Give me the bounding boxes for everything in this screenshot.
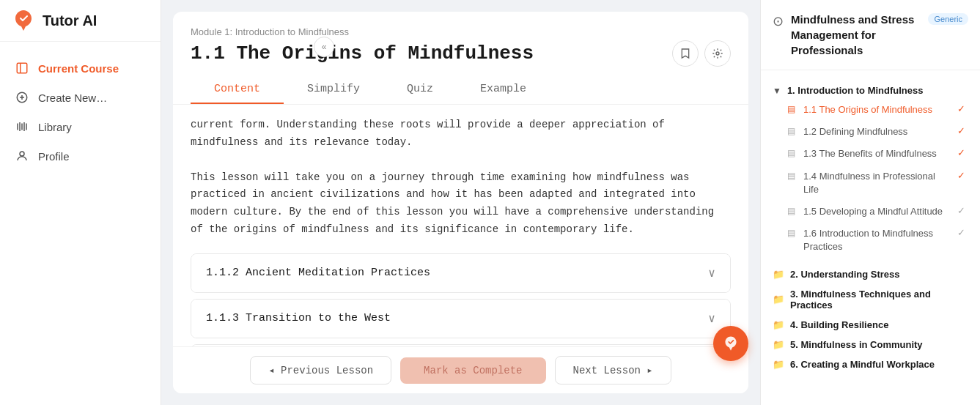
sidebar: Tutor AI Current Course Create New… Libr… xyxy=(0,0,161,405)
toc-lesson-1.2-icon: ▤ xyxy=(787,126,797,136)
toc-lesson-1.6-check: ✓ xyxy=(954,227,965,238)
accordion-header-1.1.2[interactable]: 1.1.2 Ancient Meditation Practices ∨ xyxy=(191,254,730,292)
toc-lesson-1.3[interactable]: ▤ 1.3 The Benefits of Mindfulness ✓ xyxy=(784,143,968,165)
right-panel: ⊙ Mindfulness and Stress Management for … xyxy=(760,0,980,405)
plus-icon xyxy=(15,90,29,105)
sidebar-item-current-course[interactable]: Current Course xyxy=(0,53,161,83)
lesson-content-area[interactable]: current form. Understanding these roots … xyxy=(173,105,748,346)
sidebar-nav: Current Course Create New… Library Profi… xyxy=(0,42,161,405)
toc-lesson-1.2[interactable]: ▤ 1.2 Defining Mindfulness ✓ xyxy=(784,121,968,143)
lesson-title-row: 1.1 The Origins of Mindfulness xyxy=(191,40,731,67)
logo-icon xyxy=(12,9,35,32)
mark-complete-button[interactable]: Mark as Complete xyxy=(400,357,545,384)
toc-section-1-header[interactable]: ▼ 1. Introduction to Mindfulness xyxy=(773,82,968,99)
toc-lesson-1.5-check: ✓ xyxy=(954,205,965,216)
toc-section-6-label: 6. Creating a Mindful Workplace xyxy=(790,359,935,370)
toc-lesson-1.1[interactable]: ▤ 1.1 The Origins of Mindfulness ✓ xyxy=(784,99,968,121)
sidebar-logo: Tutor AI xyxy=(0,0,161,42)
lesson-actions xyxy=(672,40,731,67)
next-lesson-button[interactable]: Next Lesson ▸ xyxy=(555,356,671,384)
toc-section-4-label: 4. Building Resilience xyxy=(790,319,888,330)
toc-lesson-1.3-label: 1.3 The Benefits of Mindfulness xyxy=(803,147,948,160)
toc-section-6[interactable]: 📁 6. Creating a Mindful Workplace xyxy=(761,354,980,374)
svg-point-10 xyxy=(20,152,24,156)
user-icon xyxy=(15,149,29,163)
course-title: Mindfulness and Stress Management for Pr… xyxy=(791,12,921,58)
bookmark-icon xyxy=(679,48,691,59)
mark-complete-label: Mark as Complete xyxy=(424,365,522,376)
toc-lesson-1.5-icon: ▤ xyxy=(787,206,797,216)
toc-lesson-1.3-check: ✓ xyxy=(954,147,965,158)
toc-section-1-label: 1. Introduction to Mindfulness xyxy=(787,85,924,96)
sidebar-current-course-label: Current Course xyxy=(38,62,119,75)
lesson-footer: ◂ Previous Lesson Mark as Complete Next … xyxy=(173,346,748,393)
lesson-tabs: Content Simplify Quiz Example xyxy=(191,75,731,104)
svg-rect-0 xyxy=(17,63,27,73)
lesson-title: 1.1 The Origins of Mindfulness xyxy=(191,42,534,64)
toc-lesson-1.5[interactable]: ▤ 1.5 Developing a Mindful Attitude ✓ xyxy=(784,201,968,223)
bookmark-button[interactable] xyxy=(672,40,699,67)
toc-lesson-1.6-label: 1.6 Introduction to Mindfulness Practice… xyxy=(803,227,948,253)
tab-quiz[interactable]: Quiz xyxy=(383,75,457,104)
sidebar-item-create-new[interactable]: Create New… xyxy=(0,83,161,112)
shield-icon xyxy=(723,335,739,352)
accordion-label-1.1.2: 1.1.2 Ancient Meditation Practices xyxy=(206,267,430,279)
toc-lesson-1.4-check: ✓ xyxy=(954,170,965,181)
course-badge: Generic xyxy=(928,13,968,25)
toc-section-2-label: 2. Understanding Stress xyxy=(790,269,900,280)
lesson-header: Module 1: Introduction to Mindfulness 1.… xyxy=(173,12,748,105)
tab-simplify[interactable]: Simplify xyxy=(284,75,383,104)
sidebar-profile-label: Profile xyxy=(38,150,70,163)
tab-content[interactable]: Content xyxy=(191,75,284,104)
folder-icon-5: 📁 xyxy=(773,339,784,350)
sidebar-item-profile[interactable]: Profile xyxy=(0,141,161,171)
table-of-contents[interactable]: ▼ 1. Introduction to Mindfulness ▤ 1.1 T… xyxy=(761,70,980,405)
toc-section-1-lessons: ▤ 1.1 The Origins of Mindfulness ✓ ▤ 1.2… xyxy=(773,99,968,259)
toc-lesson-1.6-icon: ▤ xyxy=(787,228,797,238)
toc-lesson-1.1-check: ✓ xyxy=(954,103,965,114)
lesson-container: Module 1: Introduction to Mindfulness 1.… xyxy=(173,12,748,393)
collapse-sidebar-button[interactable]: « xyxy=(314,37,334,57)
next-lesson-label: Next Lesson ▸ xyxy=(573,365,653,376)
ai-assistant-button[interactable] xyxy=(713,326,748,361)
toc-lesson-1.4-label: 1.4 Mindfulness in Professional Life xyxy=(803,170,948,196)
accordion-1.1.3: 1.1.3 Transition to the West ∨ xyxy=(191,299,731,338)
toc-lesson-1.3-icon: ▤ xyxy=(787,148,797,158)
folder-icon-2: 📁 xyxy=(773,269,784,280)
gear-icon xyxy=(712,48,723,59)
tab-example[interactable]: Example xyxy=(457,75,550,104)
previous-lesson-label: ◂ Previous Lesson xyxy=(268,365,373,376)
toc-section-1: ▼ 1. Introduction to Mindfulness ▤ 1.1 T… xyxy=(761,76,980,264)
chevron-down-icon-1.1.3: ∨ xyxy=(708,311,715,326)
toc-lesson-1.4-icon: ▤ xyxy=(787,171,797,181)
folder-icon-4: 📁 xyxy=(773,319,784,330)
previous-lesson-button[interactable]: ◂ Previous Lesson xyxy=(250,356,391,384)
module-label: Module 1: Introduction to Mindfulness xyxy=(191,26,731,37)
toc-section-3-label: 3. Mindfulness Techniques and Practices xyxy=(790,289,968,311)
sidebar-library-label: Library xyxy=(38,121,72,133)
course-title-area: Mindfulness and Stress Management for Pr… xyxy=(791,12,921,58)
toc-section-5[interactable]: 📁 5. Mindfulness in Community xyxy=(761,335,980,354)
toc-lesson-1.2-check: ✓ xyxy=(954,125,965,136)
toc-section-4[interactable]: 📁 4. Building Resilience xyxy=(761,315,980,335)
settings-button[interactable] xyxy=(704,40,731,67)
toc-lesson-1.5-label: 1.5 Developing a Mindful Attitude xyxy=(803,205,948,218)
chevron-down-icon-1.1.2: ∨ xyxy=(708,266,715,280)
folder-icon-3: 📁 xyxy=(773,294,784,305)
accordion-header-1.1.3[interactable]: 1.1.3 Transition to the West ∨ xyxy=(191,300,730,338)
toc-lesson-1.4[interactable]: ▤ 1.4 Mindfulness in Professional Life ✓ xyxy=(784,166,968,201)
toc-lesson-1.2-label: 1.2 Defining Mindfulness xyxy=(803,125,948,138)
toc-section-2[interactable]: 📁 2. Understanding Stress xyxy=(761,264,980,284)
main-content: Module 1: Introduction to Mindfulness 1.… xyxy=(161,0,760,405)
toc-lesson-1.1-icon: ▤ xyxy=(787,104,797,114)
toc-lesson-1.1-label: 1.1 The Origins of Mindfulness xyxy=(803,103,948,116)
toc-lesson-1.6[interactable]: ▤ 1.6 Introduction to Mindfulness Practi… xyxy=(784,223,968,258)
content-paragraph-1: current form. Understanding these roots … xyxy=(191,105,731,157)
toc-expand-icon: ▼ xyxy=(773,86,781,96)
sidebar-create-new-label: Create New… xyxy=(38,92,107,104)
toc-section-5-label: 5. Mindfulness in Community xyxy=(790,339,923,350)
library-icon xyxy=(15,119,29,134)
accordion-1.1.2: 1.1.2 Ancient Meditation Practices ∨ xyxy=(191,253,731,293)
sidebar-item-library[interactable]: Library xyxy=(0,112,161,141)
toc-section-3[interactable]: 📁 3. Mindfulness Techniques and Practice… xyxy=(761,284,980,315)
